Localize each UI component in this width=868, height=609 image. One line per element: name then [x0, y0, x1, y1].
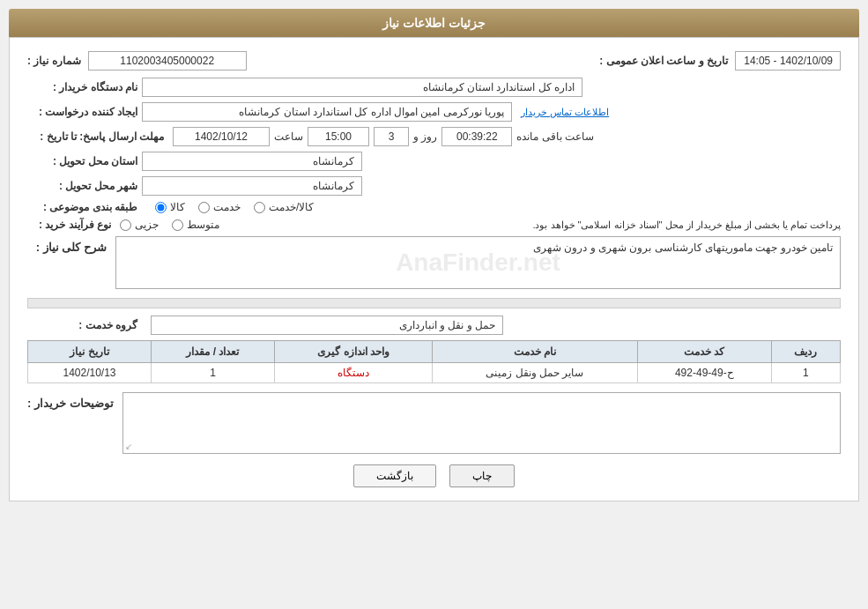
col-unit: واحد اندازه گیری [274, 341, 432, 363]
need-number-section: 1102003405000022 شماره نیاز : [27, 51, 247, 71]
col-row-num: ردیف [771, 341, 840, 363]
deadline-date-value: 1402/10/12 [173, 127, 270, 146]
process-motavasset-radio[interactable] [172, 219, 183, 231]
process-jozi-label: جزیی [135, 219, 159, 231]
delivery-province-value: کرمانشاه [142, 152, 362, 171]
requester-value: پوریا نورکرمی امین اموال اداره کل استاند… [142, 102, 512, 122]
print-button[interactable]: چاپ [449, 464, 515, 487]
resize-indicator: ↙ [125, 442, 132, 451]
process-jozi-radio[interactable] [120, 219, 131, 231]
buyer-notes-section: ↙ توضیحات خریدار : [27, 392, 841, 454]
cell-quantity: 1 [152, 363, 275, 383]
remaining-time-value: 00:39:22 [441, 127, 512, 146]
back-button[interactable]: بازگشت [353, 464, 436, 487]
category-kala-khedmat-radio[interactable] [254, 202, 265, 213]
page-container: جزئیات اطلاعات نیاز 1402/10/09 - 14:05 ت… [0, 0, 868, 609]
main-content: 1402/10/09 - 14:05 تاریخ و ساعت اعلان عم… [9, 37, 859, 501]
description-content: تامین خودرو جهت ماموریتهای کارشناسی برون… [115, 236, 841, 289]
announcement-section: 1402/10/09 - 14:05 تاریخ و ساعت اعلان عم… [599, 51, 841, 71]
buyer-org-label: نام دستگاه خریدار : [27, 81, 142, 93]
category-khedmat-radio[interactable] [198, 202, 210, 213]
process-description-text: پرداخت تمام یا بخشی از مبلغ خریدار از مح… [224, 219, 841, 231]
service-group-row: حمل و نقل و انبارداری گروه خدمت : [27, 316, 841, 335]
buyer-org-row: اداره کل استاندارد استان کرمانشاه نام دس… [27, 78, 841, 97]
process-motavasset: متوسط [172, 219, 219, 231]
category-kala-khedmat: کالا/خدمت [254, 201, 314, 213]
description-box: تامین خودرو جهت ماموریتهای کارشناسی برون… [115, 236, 841, 289]
delivery-city-row: کرمانشاه شهر محل تحویل : [27, 176, 841, 196]
category-khedmat-label: خدمت [213, 201, 241, 213]
col-need-date: تاریخ نیاز [28, 341, 152, 363]
cell-service-code: ح-49-49-492 [637, 363, 771, 383]
service-group-value: حمل و نقل و انبارداری [151, 316, 503, 335]
need-number-value: 1102003405000022 [88, 51, 247, 71]
category-kala-radio[interactable] [155, 202, 167, 213]
process-jozi: جزیی [120, 219, 159, 231]
remaining-suffix: ساعت باقی مانده [516, 130, 594, 143]
deadline-label: مهلت ارسال پاسخ: تا تاریخ : [27, 130, 168, 143]
top-info-row: 1402/10/09 - 14:05 تاریخ و ساعت اعلان عم… [27, 51, 841, 71]
process-type-label: نوع فرآیند خرید : [27, 219, 115, 231]
need-description-text: تامین خودرو جهت ماموریتهای کارشناسی برون… [533, 241, 833, 254]
delivery-city-value: کرمانشاه [142, 176, 362, 196]
service-info-header [27, 298, 841, 308]
cell-unit: دستگاه [274, 363, 432, 383]
buttons-row: چاپ بازگشت [27, 464, 841, 487]
category-kala-label: کالا [170, 201, 185, 213]
deadline-time-label: ساعت [274, 130, 303, 143]
deadline-row: ساعت باقی مانده 00:39:22 روز و 3 15:00 س… [27, 127, 841, 146]
category-kala: کالا [155, 201, 185, 213]
buyer-notes-box: ↙ [122, 392, 841, 454]
delivery-province-row: کرمانشاه استان محل تحویل : [27, 152, 841, 171]
service-group-label: گروه خدمت : [27, 319, 142, 331]
delivery-city-label: شهر محل تحویل : [27, 180, 142, 192]
description-section: تامین خودرو جهت ماموریتهای کارشناسی برون… [27, 236, 841, 289]
requester-row: اطلاعات تماس خریدار پوریا نورکرمی امین ا… [27, 102, 841, 122]
cell-need-date: 1402/10/13 [28, 363, 152, 383]
buyer-notes-label: توضیحات خریدار : [27, 392, 114, 410]
cell-service-name: سایر حمل ونقل زمینی [433, 363, 638, 383]
process-row: پرداخت تمام یا بخشی از مبلغ خریدار از مح… [27, 219, 841, 231]
col-service-code: کد خدمت [637, 341, 771, 363]
need-number-label: شماره نیاز : [27, 55, 81, 67]
category-kala-khedmat-label: کالا/خدمت [269, 201, 314, 213]
category-khedmat: خدمت [198, 201, 241, 213]
services-table: ردیف کد خدمت نام خدمت واحد اندازه گیری ت… [27, 340, 841, 383]
col-service-name: نام خدمت [433, 341, 638, 363]
category-row: کالا/خدمت خدمت کالا طبقه بندی موضوعی : [27, 201, 841, 213]
col-quantity: تعداد / مقدار [152, 341, 275, 363]
announcement-date-value: 1402/10/09 - 14:05 [735, 51, 841, 71]
table-row: 1 ح-49-49-492 سایر حمل ونقل زمینی دستگاه… [28, 363, 841, 383]
requester-label: ایجاد کننده درخواست : [27, 106, 142, 118]
contact-link[interactable]: اطلاعات تماس خریدار [521, 107, 609, 118]
cell-row-num: 1 [771, 363, 840, 383]
description-label: شرح کلی نیاز : [27, 236, 107, 254]
delivery-province-label: استان محل تحویل : [27, 155, 142, 167]
process-motavasset-label: متوسط [187, 219, 219, 231]
header-title: جزئیات اطلاعات نیاز [382, 16, 486, 30]
deadline-time-value: 15:00 [308, 127, 369, 146]
announcement-date-label: تاریخ و ساعت اعلان عمومی : [599, 55, 728, 67]
remaining-days-label: روز و [413, 130, 437, 143]
remaining-days-value: 3 [374, 127, 409, 146]
category-label: طبقه بندی موضوعی : [27, 201, 142, 213]
buyer-org-value: اداره کل استاندارد استان کرمانشاه [142, 78, 582, 97]
page-header: جزئیات اطلاعات نیاز [9, 9, 859, 37]
